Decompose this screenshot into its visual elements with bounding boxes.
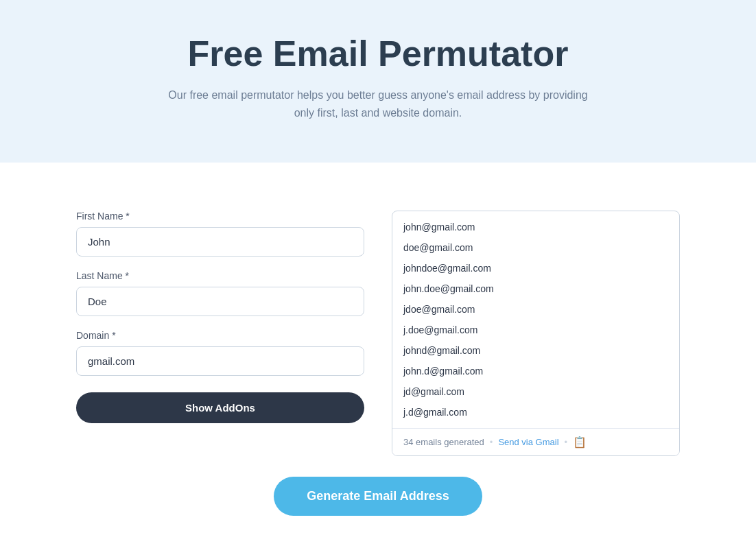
last-name-group: Last Name * bbox=[76, 270, 364, 316]
results-footer: 34 emails generated • Send via Gmail • 📋 bbox=[392, 428, 679, 455]
domain-input[interactable] bbox=[76, 346, 364, 376]
list-item[interactable]: john.doe@gmail.com bbox=[392, 278, 679, 299]
email-count: 34 emails generated bbox=[403, 437, 484, 447]
first-name-input[interactable] bbox=[76, 227, 364, 257]
list-item[interactable]: john@gmail.com bbox=[392, 217, 679, 237]
form-fields: First Name * Last Name * Domain * Show A… bbox=[76, 211, 364, 423]
list-item[interactable]: j.d@gmail.com bbox=[392, 402, 679, 423]
copy-icon[interactable]: 📋 bbox=[573, 436, 587, 449]
domain-label: Domain * bbox=[76, 330, 364, 341]
main-content: First Name * Last Name * Domain * Show A… bbox=[0, 163, 756, 559]
hero-subtitle: Our free email permutator helps you bett… bbox=[165, 86, 591, 121]
page-title: Free Email Permutator bbox=[14, 33, 742, 74]
list-item[interactable]: jd@gmail.com bbox=[392, 381, 679, 402]
first-name-group: First Name * bbox=[76, 211, 364, 257]
dot-separator-1: • bbox=[490, 437, 493, 447]
results-panel: john@gmail.comdoe@gmail.comjohndoe@gmail… bbox=[392, 211, 680, 456]
send-gmail-link[interactable]: Send via Gmail bbox=[498, 437, 558, 447]
domain-group: Domain * bbox=[76, 330, 364, 376]
generate-button[interactable]: Generate Email Address bbox=[274, 477, 482, 516]
form-row: First Name * Last Name * Domain * Show A… bbox=[76, 211, 680, 456]
dot-separator-2: • bbox=[565, 437, 568, 447]
list-item[interactable]: doe@gmail.com bbox=[392, 237, 679, 258]
last-name-input[interactable] bbox=[76, 287, 364, 316]
last-name-label: Last Name * bbox=[76, 270, 364, 281]
list-item[interactable]: johndoe@gmail.com bbox=[392, 258, 679, 278]
show-addons-button[interactable]: Show AddOns bbox=[76, 392, 364, 423]
list-item[interactable]: j.doe@gmail.com bbox=[392, 320, 679, 340]
hero-section: Free Email Permutator Our free email per… bbox=[0, 0, 756, 163]
list-item[interactable]: john.d@gmail.com bbox=[392, 361, 679, 381]
list-item[interactable]: jdoe@gmail.com bbox=[392, 299, 679, 320]
first-name-label: First Name * bbox=[76, 211, 364, 222]
list-item[interactable]: johnd@gmail.com bbox=[392, 340, 679, 361]
generate-section: Generate Email Address bbox=[76, 477, 680, 516]
form-container: First Name * Last Name * Domain * Show A… bbox=[49, 190, 707, 543]
email-list[interactable]: john@gmail.comdoe@gmail.comjohndoe@gmail… bbox=[392, 211, 679, 428]
